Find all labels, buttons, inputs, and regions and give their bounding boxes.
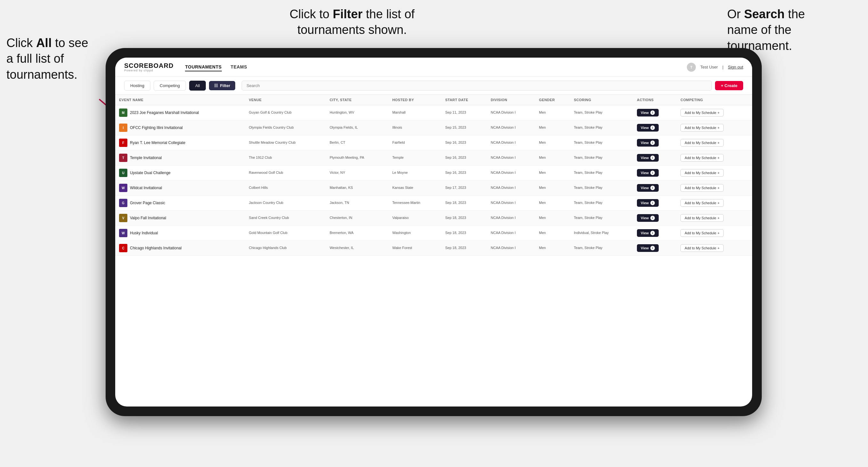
cell-hosted-by: Washington <box>389 226 441 241</box>
view-button[interactable]: View i <box>637 124 659 131</box>
competing-tab[interactable]: Competing <box>154 81 186 91</box>
cell-division: NCAA Division I <box>487 120 535 135</box>
hosting-tab[interactable]: Hosting <box>124 81 150 91</box>
info-icon: i <box>650 156 655 160</box>
cell-venue: Shuttle Meadow Country Club <box>245 135 326 150</box>
cell-city-state: Manhattan, KS <box>326 181 389 195</box>
table-row: C Chicago Highlands Invitational Chicago… <box>115 241 752 256</box>
team-logo: W <box>119 184 127 192</box>
info-icon: i <box>650 111 655 115</box>
view-button[interactable]: View i <box>637 139 659 147</box>
add-to-schedule-button[interactable]: Add to My Schedule + <box>680 184 724 192</box>
cell-gender: Men <box>535 135 570 150</box>
logo-text: SCOREBOARD <box>124 62 174 69</box>
add-to-schedule-button[interactable]: Add to My Schedule + <box>680 244 724 252</box>
view-button[interactable]: View i <box>637 229 659 237</box>
search-input[interactable] <box>242 81 712 91</box>
nav-tab-tournaments[interactable]: TOURNAMENTS <box>185 63 221 71</box>
cell-venue: Colbert Hills <box>245 181 326 195</box>
cell-event-name: C Chicago Highlands Invitational <box>115 241 245 256</box>
view-button[interactable]: View i <box>637 214 659 222</box>
tournaments-table: EVENT NAME VENUE CITY, STATE HOSTED BY S… <box>115 95 752 256</box>
cell-city-state: Westchester, IL <box>326 241 389 256</box>
cell-scoring: Team, Stroke Play <box>570 181 633 195</box>
view-button[interactable]: View i <box>637 184 659 192</box>
add-to-schedule-button[interactable]: Add to My Schedule + <box>680 229 724 237</box>
add-to-schedule-button[interactable]: Add to My Schedule + <box>680 109 724 117</box>
cell-scoring: Team, Stroke Play <box>570 135 633 150</box>
add-to-schedule-button[interactable]: Add to My Schedule + <box>680 199 724 207</box>
signout-link[interactable]: Sign out <box>728 65 743 69</box>
table-header-row: EVENT NAME VENUE CITY, STATE HOSTED BY S… <box>115 95 752 105</box>
cell-division: NCAA Division I <box>487 150 535 165</box>
all-tab[interactable]: All <box>189 81 206 91</box>
plus-icon: + <box>718 246 719 250</box>
cell-hosted-by: Illinois <box>389 120 441 135</box>
cell-hosted-by: Marshall <box>389 105 441 120</box>
view-button[interactable]: View i <box>637 244 659 252</box>
filter-icon: ☷ <box>214 83 218 88</box>
add-to-schedule-button[interactable]: Add to My Schedule + <box>680 139 724 147</box>
cell-competing: Add to My Schedule + <box>677 105 752 120</box>
cell-start-date: Sep 16, 2023 <box>441 135 487 150</box>
info-icon: i <box>650 246 655 250</box>
cell-gender: Men <box>535 150 570 165</box>
plus-icon: + <box>718 171 719 175</box>
event-name-text: OFCC Fighting Illini Invitational <box>130 125 183 130</box>
add-to-schedule-button[interactable]: Add to My Schedule + <box>680 154 724 162</box>
view-button[interactable]: View i <box>637 154 659 162</box>
filter-button[interactable]: ☷ Filter <box>209 81 235 90</box>
event-name-text: Grover Page Classic <box>130 201 165 205</box>
table-row: T Temple Invitational The 1912 Club Plym… <box>115 150 752 165</box>
cell-scoring: Team, Stroke Play <box>570 165 633 181</box>
view-button[interactable]: View i <box>637 109 659 117</box>
team-logo: W <box>119 229 127 237</box>
team-logo: I <box>119 124 127 132</box>
view-button[interactable]: View i <box>637 169 659 177</box>
view-button[interactable]: View i <box>637 199 659 207</box>
cell-event-name: F Ryan T. Lee Memorial Collegiate <box>115 135 245 150</box>
cell-competing: Add to My Schedule + <box>677 241 752 256</box>
cell-scoring: Team, Stroke Play <box>570 211 633 226</box>
info-icon: i <box>650 216 655 220</box>
table-row: V Valpo Fall Invitational Sand Creek Cou… <box>115 211 752 226</box>
cell-scoring: Team, Stroke Play <box>570 241 633 256</box>
info-icon: i <box>650 141 655 145</box>
cell-gender: Men <box>535 195 570 211</box>
team-logo: U <box>119 169 127 177</box>
cell-division: NCAA Division I <box>487 211 535 226</box>
nav-tabs: TOURNAMENTS TEAMS <box>185 63 687 71</box>
add-to-schedule-button[interactable]: Add to My Schedule + <box>680 214 724 222</box>
cell-hosted-by: Fairfield <box>389 135 441 150</box>
add-to-schedule-button[interactable]: Add to My Schedule + <box>680 169 724 177</box>
cell-event-name: W Husky Individual <box>115 226 245 241</box>
cell-city-state: Bremerton, WA <box>326 226 389 241</box>
create-button[interactable]: + Create <box>715 81 743 90</box>
toolbar: Hosting Competing All ☷ Filter + Create <box>115 77 752 95</box>
cell-scoring: Team, Stroke Play <box>570 150 633 165</box>
tablet-screen: SCOREBOARD Powered by clippd TOURNAMENTS… <box>115 58 752 406</box>
team-logo: M <box>119 108 127 117</box>
cell-start-date: Sep 18, 2023 <box>441 211 487 226</box>
cell-city-state: Berlin, CT <box>326 135 389 150</box>
separator: | <box>722 65 723 69</box>
nav-tab-teams[interactable]: TEAMS <box>231 63 247 71</box>
cell-start-date: Sep 11, 2023 <box>441 105 487 120</box>
annotation-search: Or Search thename of thetournament. <box>727 6 849 54</box>
event-name-text: Temple Invitational <box>130 156 162 160</box>
table-row: W Wildcat Invitational Colbert Hills Man… <box>115 181 752 195</box>
cell-start-date: Sep 18, 2023 <box>441 226 487 241</box>
cell-gender: Men <box>535 165 570 181</box>
cell-gender: Men <box>535 211 570 226</box>
cell-city-state: Victor, NY <box>326 165 389 181</box>
plus-icon: + <box>718 216 719 220</box>
cell-venue: Olympia Fields Country Club <box>245 120 326 135</box>
cell-competing: Add to My Schedule + <box>677 195 752 211</box>
cell-hosted-by: Valparaiso <box>389 211 441 226</box>
cell-division: NCAA Division I <box>487 226 535 241</box>
event-name-text: Husky Individual <box>130 231 158 235</box>
cell-venue: Ravenwood Golf Club <box>245 165 326 181</box>
logo-area: SCOREBOARD Powered by clippd <box>124 62 174 72</box>
cell-hosted-by: Kansas State <box>389 181 441 195</box>
add-to-schedule-button[interactable]: Add to My Schedule + <box>680 124 724 131</box>
